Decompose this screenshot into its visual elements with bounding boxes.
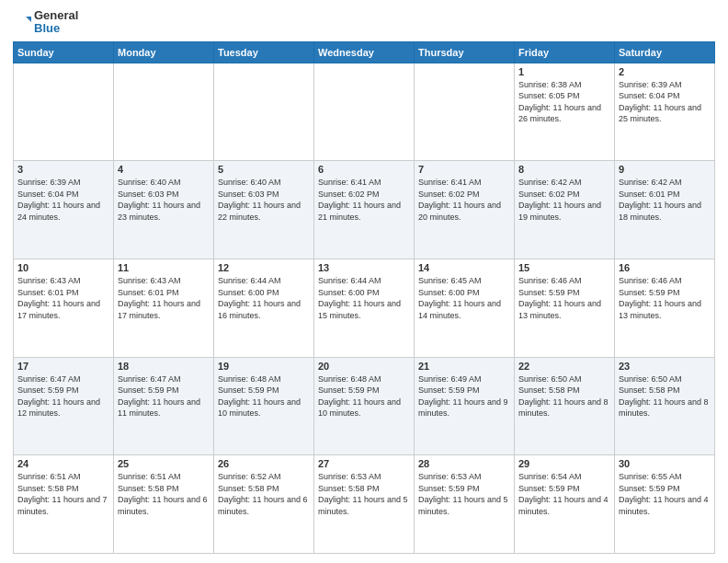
week-row-4: 17 Sunrise: 6:47 AM Sunset: 5:59 PM Dayl… — [14, 357, 715, 455]
sunset-label: Sunset: 6:03 PM — [218, 190, 279, 199]
calendar-cell: 9 Sunrise: 6:42 AM Sunset: 6:01 PM Dayli… — [615, 161, 715, 259]
logo-bird-icon — [13, 13, 31, 31]
calendar-cell: 6 Sunrise: 6:41 AM Sunset: 6:02 PM Dayli… — [314, 161, 415, 259]
header-saturday: Saturday — [615, 41, 715, 63]
sunset-label: Sunset: 5:59 PM — [619, 484, 680, 493]
calendar-cell: 22 Sunrise: 6:50 AM Sunset: 5:58 PM Dayl… — [515, 357, 615, 455]
daylight-label: Daylight: 11 hours and 11 minutes. — [118, 397, 200, 419]
calendar-cell: 19 Sunrise: 6:48 AM Sunset: 5:59 PM Dayl… — [214, 357, 314, 455]
svg-marker-0 — [26, 17, 31, 22]
day-info: Sunrise: 6:53 AM Sunset: 5:58 PM Dayligh… — [318, 471, 410, 517]
sunrise-label: Sunrise: 6:43 AM — [17, 276, 81, 285]
day-number: 18 — [118, 361, 210, 372]
day-info: Sunrise: 6:44 AM Sunset: 6:00 PM Dayligh… — [218, 275, 310, 321]
sunset-label: Sunset: 6:03 PM — [118, 190, 179, 199]
calendar-cell: 18 Sunrise: 6:47 AM Sunset: 5:59 PM Dayl… — [114, 357, 214, 455]
day-number: 17 — [17, 361, 109, 372]
week-row-1: 1 Sunrise: 6:38 AM Sunset: 6:05 PM Dayli… — [14, 63, 715, 161]
day-number: 4 — [118, 164, 210, 175]
sunrise-label: Sunrise: 6:41 AM — [418, 178, 482, 187]
sunset-label: Sunset: 6:01 PM — [17, 288, 79, 297]
week-row-3: 10 Sunrise: 6:43 AM Sunset: 6:01 PM Dayl… — [14, 259, 715, 357]
day-info: Sunrise: 6:38 AM Sunset: 6:05 PM Dayligh… — [518, 79, 610, 125]
calendar-cell: 11 Sunrise: 6:43 AM Sunset: 6:01 PM Dayl… — [114, 259, 214, 357]
calendar-cell: 16 Sunrise: 6:46 AM Sunset: 5:59 PM Dayl… — [615, 259, 715, 357]
calendar-cell: 10 Sunrise: 6:43 AM Sunset: 6:01 PM Dayl… — [14, 259, 114, 357]
page: General Blue SundayMondayTuesdayWednesda… — [0, 0, 728, 563]
day-info: Sunrise: 6:45 AM Sunset: 6:00 PM Dayligh… — [418, 275, 510, 321]
day-number: 20 — [318, 361, 410, 372]
sunset-label: Sunset: 5:59 PM — [17, 385, 79, 395]
sunset-label: Sunset: 5:58 PM — [619, 385, 680, 395]
sunset-label: Sunset: 6:02 PM — [518, 190, 580, 199]
sunset-label: Sunset: 6:01 PM — [619, 190, 680, 199]
day-number: 23 — [619, 361, 711, 372]
day-info: Sunrise: 6:40 AM Sunset: 6:03 PM Dayligh… — [218, 177, 310, 223]
sunset-label: Sunset: 6:01 PM — [118, 288, 179, 297]
sunrise-label: Sunrise: 6:39 AM — [619, 80, 682, 89]
daylight-label: Daylight: 11 hours and 16 minutes. — [218, 299, 301, 320]
daylight-label: Daylight: 11 hours and 7 minutes. — [17, 495, 108, 516]
day-info: Sunrise: 6:46 AM Sunset: 5:59 PM Dayligh… — [518, 275, 610, 321]
daylight-label: Daylight: 11 hours and 18 minutes. — [619, 201, 701, 222]
calendar-cell — [14, 63, 114, 161]
sunset-label: Sunset: 5:58 PM — [518, 385, 580, 395]
sunrise-label: Sunrise: 6:51 AM — [17, 472, 81, 481]
day-number: 2 — [619, 66, 711, 77]
day-info: Sunrise: 6:47 AM Sunset: 5:59 PM Dayligh… — [17, 373, 109, 419]
header-tuesday: Tuesday — [214, 41, 314, 63]
day-number: 28 — [418, 458, 510, 469]
calendar-cell: 13 Sunrise: 6:44 AM Sunset: 6:00 PM Dayl… — [314, 259, 415, 357]
calendar-cell: 29 Sunrise: 6:54 AM Sunset: 5:59 PM Dayl… — [515, 455, 615, 554]
day-number: 19 — [218, 361, 310, 372]
header-friday: Friday — [515, 41, 615, 63]
sunrise-label: Sunrise: 6:38 AM — [518, 80, 582, 89]
day-number: 7 — [418, 164, 510, 175]
sunrise-label: Sunrise: 6:40 AM — [118, 178, 181, 187]
sunset-label: Sunset: 6:04 PM — [17, 190, 79, 199]
calendar-cell: 12 Sunrise: 6:44 AM Sunset: 6:00 PM Dayl… — [214, 259, 314, 357]
day-info: Sunrise: 6:39 AM Sunset: 6:04 PM Dayligh… — [17, 177, 109, 223]
sunrise-label: Sunrise: 6:50 AM — [518, 374, 582, 384]
day-info: Sunrise: 6:39 AM Sunset: 6:04 PM Dayligh… — [619, 79, 711, 125]
calendar-cell — [314, 63, 415, 161]
sunset-label: Sunset: 5:59 PM — [418, 484, 480, 493]
logo: General Blue — [13, 9, 78, 36]
sunrise-label: Sunrise: 6:48 AM — [218, 374, 281, 384]
day-info: Sunrise: 6:41 AM Sunset: 6:02 PM Dayligh… — [418, 177, 510, 223]
day-number: 8 — [518, 164, 610, 175]
header-monday: Monday — [114, 41, 214, 63]
day-info: Sunrise: 6:51 AM Sunset: 5:58 PM Dayligh… — [17, 471, 109, 517]
daylight-label: Daylight: 11 hours and 9 minutes. — [418, 397, 508, 419]
calendar-cell: 3 Sunrise: 6:39 AM Sunset: 6:04 PM Dayli… — [14, 161, 114, 259]
day-number: 16 — [619, 262, 711, 273]
daylight-label: Daylight: 11 hours and 13 minutes. — [619, 299, 701, 320]
day-number: 24 — [17, 458, 109, 469]
day-info: Sunrise: 6:44 AM Sunset: 6:00 PM Dayligh… — [318, 275, 410, 321]
day-info: Sunrise: 6:43 AM Sunset: 6:01 PM Dayligh… — [118, 275, 210, 321]
sunset-label: Sunset: 6:00 PM — [218, 288, 279, 297]
day-info: Sunrise: 6:50 AM Sunset: 5:58 PM Dayligh… — [619, 373, 711, 419]
calendar-cell: 17 Sunrise: 6:47 AM Sunset: 5:59 PM Dayl… — [14, 357, 114, 455]
sunrise-label: Sunrise: 6:43 AM — [118, 276, 181, 285]
daylight-label: Daylight: 11 hours and 8 minutes. — [518, 397, 609, 419]
daylight-label: Daylight: 11 hours and 13 minutes. — [518, 299, 601, 320]
daylight-label: Daylight: 11 hours and 24 minutes. — [17, 201, 100, 222]
day-number: 30 — [619, 458, 711, 469]
calendar-cell: 20 Sunrise: 6:48 AM Sunset: 5:59 PM Dayl… — [314, 357, 415, 455]
daylight-label: Daylight: 11 hours and 5 minutes. — [418, 495, 508, 516]
sunrise-label: Sunrise: 6:46 AM — [619, 276, 682, 285]
sunrise-label: Sunrise: 6:48 AM — [318, 374, 381, 384]
daylight-label: Daylight: 11 hours and 4 minutes. — [619, 495, 709, 516]
daylight-label: Daylight: 11 hours and 17 minutes. — [17, 299, 100, 320]
daylight-label: Daylight: 11 hours and 10 minutes. — [218, 397, 301, 419]
sunrise-label: Sunrise: 6:53 AM — [418, 472, 482, 481]
daylight-label: Daylight: 11 hours and 26 minutes. — [518, 103, 601, 124]
day-number: 29 — [518, 458, 610, 469]
calendar-cell — [415, 63, 515, 161]
sunset-label: Sunset: 6:02 PM — [418, 190, 480, 199]
calendar-cell: 25 Sunrise: 6:51 AM Sunset: 5:58 PM Dayl… — [114, 455, 214, 554]
day-info: Sunrise: 6:50 AM Sunset: 5:58 PM Dayligh… — [518, 373, 610, 419]
daylight-label: Daylight: 11 hours and 6 minutes. — [218, 495, 308, 516]
day-number: 5 — [218, 164, 310, 175]
